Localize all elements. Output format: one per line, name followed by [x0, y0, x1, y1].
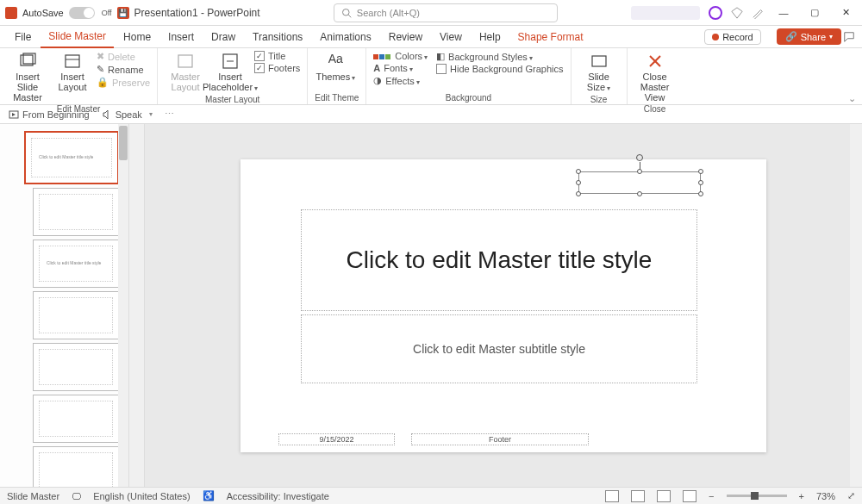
status-bar: Slide Master 🖵 English (United States) ♿… — [0, 487, 862, 504]
check-icon — [436, 64, 447, 74]
search-placeholder: Search (Alt+Q) — [357, 8, 420, 18]
thumbnail-layout-2[interactable]: Click to edit Master title style — [33, 240, 119, 288]
subtitle-placeholder[interactable]: Click to edit Master subtitle style — [301, 314, 697, 383]
resize-handle-s[interactable] — [637, 191, 642, 196]
tab-draw[interactable]: Draw — [203, 26, 243, 48]
date-placeholder[interactable]: 9/15/2022 — [278, 433, 395, 445]
slide-size-icon — [590, 53, 608, 70]
fonts-button[interactable]: AFonts — [373, 63, 428, 73]
speak-icon — [102, 109, 112, 120]
tab-insert[interactable]: Insert — [160, 26, 202, 48]
background-styles-button[interactable]: ◧Background Styles — [436, 51, 563, 62]
thumbnail-layout-1[interactable] — [33, 188, 119, 236]
svg-point-0 — [342, 9, 349, 16]
search-box[interactable]: Search (Alt+Q) — [334, 3, 558, 22]
rotation-handle[interactable] — [636, 154, 643, 161]
master-layout-icon — [177, 53, 194, 70]
sorter-view-button[interactable] — [631, 490, 645, 502]
thumbnail-scrollbar[interactable] — [118, 124, 128, 487]
slideshow-view-button[interactable] — [683, 490, 696, 502]
effects-icon: ◑ — [373, 75, 382, 86]
status-lang-icon[interactable]: 🖵 — [72, 491, 81, 501]
insert-placeholder-button[interactable]: Insert Placeholder — [209, 51, 251, 93]
zoom-in-button[interactable]: + — [799, 491, 804, 501]
tab-view[interactable]: View — [432, 26, 470, 48]
thumbnail-master[interactable]: Click to edit Master title style — [24, 131, 119, 184]
tab-home[interactable]: Home — [116, 26, 159, 48]
diamond-icon[interactable] — [731, 7, 743, 19]
slide-size-button[interactable]: Slide Size — [578, 51, 620, 93]
ribbon-collapse-button[interactable]: ⌄ — [841, 48, 862, 104]
minimize-button[interactable]: — — [772, 4, 795, 22]
tab-animations[interactable]: Animations — [312, 26, 378, 48]
title-placeholder[interactable]: Click to edit Master title style — [301, 209, 697, 311]
record-button[interactable]: Record — [704, 29, 760, 45]
resize-handle-n[interactable] — [637, 169, 642, 174]
account-area[interactable] — [631, 6, 700, 20]
zoom-readout[interactable]: 73% — [816, 491, 835, 501]
footers-checkbox[interactable]: ✓Footers — [254, 63, 300, 73]
status-accessibility[interactable]: Accessibility: Investigate — [227, 491, 329, 501]
rename-button[interactable]: ✎Rename — [97, 64, 150, 75]
resize-handle-se[interactable] — [698, 191, 703, 196]
colors-button[interactable]: Colors — [373, 51, 428, 61]
comments-icon[interactable] — [843, 31, 855, 43]
bgstyles-icon: ◧ — [436, 51, 445, 62]
master-layout-button: Master Layout — [165, 51, 206, 92]
app-icon — [5, 7, 17, 19]
share-button[interactable]: 🔗Share▾ — [777, 28, 841, 45]
title-checkbox[interactable]: ✓Title — [254, 51, 300, 61]
footer-placeholder[interactable]: Footer — [411, 433, 589, 445]
status-language[interactable]: English (United States) — [93, 491, 191, 501]
from-beginning-button[interactable]: From Beginning — [9, 109, 90, 120]
tab-help[interactable]: Help — [472, 26, 509, 48]
tab-shape-format[interactable]: Shape Format — [510, 26, 591, 48]
group-label-background: Background — [373, 91, 563, 103]
thumbnail-layout-5[interactable] — [33, 395, 119, 443]
close-master-view-button[interactable]: Close Master View — [634, 51, 676, 103]
rename-icon: ✎ — [97, 64, 104, 75]
draw-icon[interactable] — [752, 7, 764, 19]
svg-marker-14 — [12, 113, 16, 116]
thumbnail-layout-3[interactable] — [33, 291, 119, 339]
autosave-toggle[interactable] — [69, 7, 95, 19]
canvas-scrollbar[interactable] — [850, 124, 862, 487]
close-window-button[interactable]: ✕ — [834, 4, 857, 22]
svg-rect-7 — [178, 55, 192, 67]
resize-handle-ne[interactable] — [698, 169, 703, 174]
user-avatar[interactable] — [709, 6, 722, 20]
effects-button[interactable]: ◑Effects — [373, 75, 428, 86]
hide-bg-checkbox[interactable]: Hide Background Graphics — [436, 64, 563, 74]
fit-to-window-button[interactable]: ⤢ — [847, 490, 855, 501]
save-icon[interactable]: 💾 — [117, 7, 129, 19]
zoom-slider[interactable] — [727, 495, 787, 497]
resize-handle-e[interactable] — [698, 180, 703, 185]
speak-button[interactable]: Speak — [102, 109, 153, 120]
autosave-label: AutoSave — [22, 8, 64, 18]
thumbnail-layout-6[interactable] — [33, 446, 119, 487]
insert-layout-button[interactable]: Insert Layout — [52, 51, 93, 92]
tab-review[interactable]: Review — [381, 26, 430, 48]
resize-handle-w[interactable] — [576, 180, 581, 185]
selected-placeholder[interactable] — [578, 171, 701, 194]
themes-button[interactable]: Aa Themes — [315, 51, 356, 83]
group-close: Close Master View Close — [628, 48, 683, 104]
thumbnail-layout-4[interactable] — [33, 343, 119, 391]
resize-handle-nw[interactable] — [576, 169, 581, 174]
group-label-master-layout: Master Layout — [165, 93, 300, 104]
tab-slide-master[interactable]: Slide Master — [41, 26, 114, 48]
tab-transitions[interactable]: Transitions — [245, 26, 310, 48]
reading-view-button[interactable] — [657, 490, 671, 502]
zoom-out-button[interactable]: − — [709, 491, 714, 501]
tab-file[interactable]: File — [7, 26, 39, 48]
qat-overflow-button[interactable]: ⋯ — [165, 109, 174, 120]
slide-master[interactable]: Click to edit Master title style Click t… — [240, 159, 766, 452]
accessibility-icon[interactable]: ♿ — [203, 490, 215, 501]
ribbon: Insert Slide Master Insert Layout ✖Delet… — [0, 48, 862, 105]
restore-button[interactable]: ▢ — [803, 4, 826, 22]
normal-view-button[interactable] — [605, 490, 619, 502]
resize-handle-sw[interactable] — [576, 191, 581, 196]
insert-slide-master-button[interactable]: Insert Slide Master — [7, 51, 48, 103]
thumbnail-panel: Click to edit Master title style Click t… — [0, 124, 129, 487]
title-bar: AutoSave Off 💾 Presentation1 - PowerPoin… — [0, 0, 862, 26]
